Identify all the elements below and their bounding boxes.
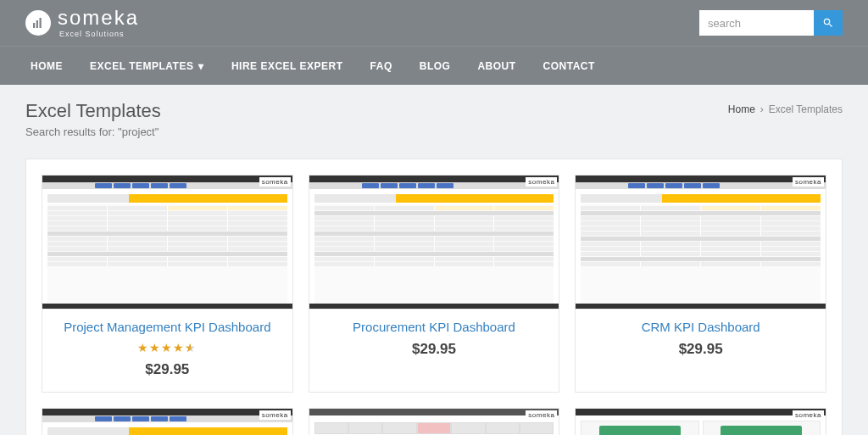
star-icon: ★ — [137, 341, 148, 354]
main-nav: HOME EXCEL TEMPLATES▾ HIRE EXCEL EXPERT … — [0, 46, 868, 85]
breadcrumb: Home › Excel Templates — [728, 103, 843, 115]
logo-text: someka — [58, 8, 139, 28]
product-thumbnail: someka — [576, 409, 826, 435]
product-thumbnail: someka — [42, 176, 292, 310]
product-title: CRM KPI Dashboard — [642, 320, 760, 334]
star-half-icon: ★★ — [185, 341, 197, 354]
header: someka Excel Solutions — [0, 0, 868, 46]
product-thumbnail: someka — [576, 176, 826, 310]
product-thumbnail: someka Monday Tuesday Wednesday Thursday — [309, 409, 559, 435]
nav-faq[interactable]: FAQ — [357, 47, 406, 86]
product-card[interactable]: someka — [575, 408, 826, 435]
product-card[interactable]: someka CRM KPI Dashboard $29.95 — [575, 175, 826, 393]
nav-about[interactable]: ABOUT — [464, 47, 529, 86]
svg-rect-2 — [40, 18, 42, 28]
product-card[interactable]: someka Project Management KPI Dashboard — [42, 175, 293, 393]
search-input[interactable] — [699, 10, 814, 36]
search-icon — [822, 17, 834, 29]
product-card[interactable]: someka Procurement KPI Dashboard $29.95 — [309, 175, 560, 393]
product-thumbnail: someka — [42, 409, 292, 435]
star-icon: ★ — [173, 341, 184, 354]
page-title: Excel Templates — [25, 100, 161, 122]
logo-icon — [25, 10, 51, 36]
product-thumbnail: someka — [309, 176, 559, 310]
search-button[interactable] — [814, 10, 843, 36]
star-icon: ★ — [161, 341, 172, 354]
product-card[interactable]: someka — [42, 408, 293, 435]
rating-stars: ★ ★ ★ ★ ★★ — [137, 341, 197, 354]
svg-rect-0 — [33, 23, 35, 28]
product-price: $29.95 — [679, 341, 723, 358]
product-grid: someka Project Management KPI Dashboard — [25, 159, 843, 435]
product-price: $29.95 — [412, 341, 456, 358]
breadcrumb-home[interactable]: Home — [728, 103, 755, 115]
product-card[interactable]: someka Monday Tuesday Wednesday Thursday — [309, 408, 560, 435]
star-icon: ★ — [149, 341, 160, 354]
breadcrumb-current: Excel Templates — [769, 103, 843, 115]
nav-excel-templates[interactable]: EXCEL TEMPLATES▾ — [76, 47, 218, 86]
product-price: $29.95 — [145, 361, 189, 378]
logo[interactable]: someka Excel Solutions — [25, 8, 139, 38]
nav-home[interactable]: HOME — [17, 47, 76, 86]
page-header-region: Excel Templates Search results for: "pro… — [0, 85, 868, 159]
chevron-down-icon: ▾ — [198, 60, 204, 72]
logo-subtext: Excel Solutions — [59, 30, 139, 38]
product-title: Procurement KPI Dashboard — [353, 320, 515, 334]
nav-hire[interactable]: HIRE EXCEL EXPERT — [218, 47, 357, 86]
nav-blog[interactable]: BLOG — [406, 47, 465, 86]
search-form — [699, 10, 843, 36]
chevron-right-icon: › — [760, 103, 764, 115]
svg-rect-1 — [36, 20, 38, 28]
search-results-label: Search results for: "project" — [25, 125, 161, 138]
product-title: Project Management KPI Dashboard — [64, 320, 270, 334]
nav-contact[interactable]: CONTACT — [530, 47, 609, 86]
